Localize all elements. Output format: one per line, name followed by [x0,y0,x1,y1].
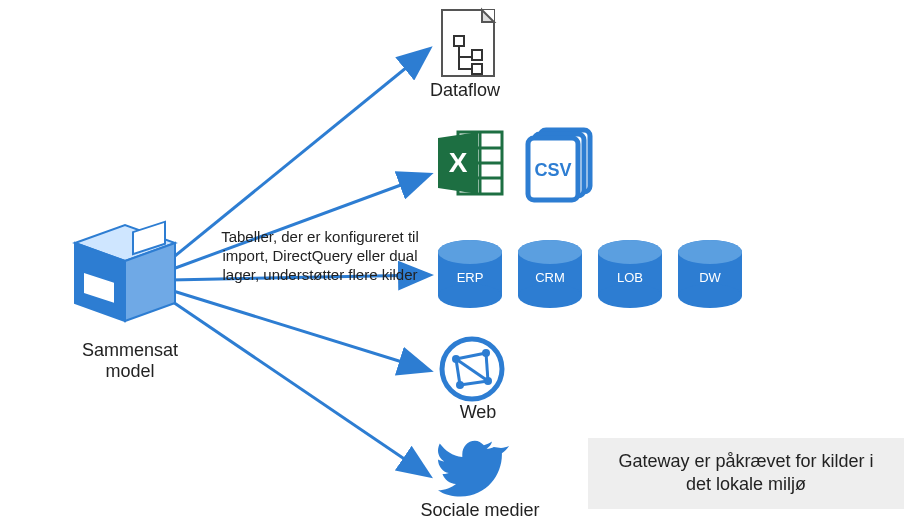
arrow-social [170,300,428,475]
svg-point-28 [518,240,582,264]
composite-model-label: Sammensat model [70,340,190,382]
composite-model-icon [75,222,175,321]
csv-icon: CSV [528,130,590,200]
web-icon [442,339,502,399]
databases-group: ERP CRM LOB DW [438,240,742,308]
svg-point-23 [438,284,502,308]
db-dw-label: DW [699,270,721,285]
svg-point-24 [438,240,502,264]
db-crm-label: CRM [535,270,565,285]
excel-icon: X [438,132,502,194]
db-erp-icon: ERP [438,240,502,308]
csv-label: CSV [534,160,571,180]
svg-point-27 [518,284,582,308]
db-lob-icon: LOB [598,240,662,308]
svg-point-32 [598,240,662,264]
svg-point-35 [678,284,742,308]
annotation-text: Tabeller, der er konfigureret til import… [220,228,420,284]
dataflow-icon [442,10,494,76]
social-label: Sociale medier [410,500,550,521]
svg-line-42 [456,353,486,359]
gateway-note: Gateway er påkrævet for kilder i det lok… [588,438,904,509]
dataflow-label: Dataflow [430,80,520,101]
db-crm-icon: CRM [518,240,582,308]
svg-text:X: X [449,147,468,178]
svg-line-46 [456,359,488,381]
social-media-icon [438,441,509,497]
svg-point-31 [598,284,662,308]
db-dw-icon: DW [678,240,742,308]
svg-line-43 [486,353,488,381]
db-erp-label: ERP [457,270,484,285]
svg-line-44 [460,381,488,385]
arrow-web [170,290,428,370]
web-label: Web [448,402,508,423]
svg-point-36 [678,240,742,264]
db-lob-label: LOB [617,270,643,285]
